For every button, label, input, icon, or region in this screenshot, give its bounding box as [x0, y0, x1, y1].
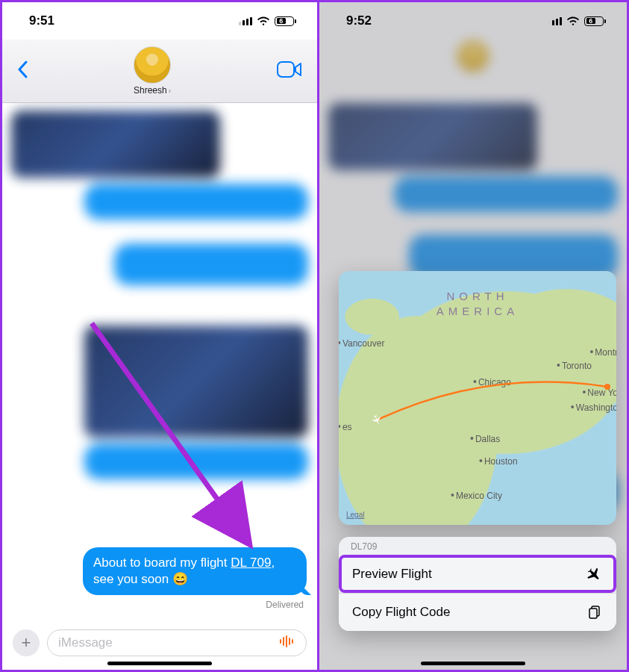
- svg-point-7: [604, 384, 610, 390]
- cellular-signal-icon: [239, 17, 252, 25]
- home-indicator[interactable]: [107, 662, 212, 665]
- menu-item-label: Preview Flight: [352, 567, 432, 582]
- flight-context-menu: DL709 Preview Flight Copy Flight Code: [339, 537, 616, 631]
- contact-info[interactable]: Shreesh ›: [134, 46, 171, 96]
- preview-flight-button[interactable]: Preview Flight: [339, 555, 616, 593]
- message-text-prefix: About to board my flight: [93, 556, 231, 570]
- status-bar: 9:51 6: [2, 2, 317, 40]
- flight-preview-screenshot-right: 9:52 6 NORTH AMERICA Va: [319, 2, 627, 670]
- flight-code-link[interactable]: DL 709: [231, 556, 271, 570]
- messages-screenshot-left: 9:51 6 Shreesh ›: [2, 2, 319, 670]
- wifi-icon: [257, 16, 270, 26]
- home-indicator[interactable]: [421, 662, 525, 665]
- add-attachment-button[interactable]: +: [13, 629, 40, 656]
- battery-icon: 6: [584, 16, 606, 26]
- wifi-icon: [566, 16, 580, 26]
- audio-message-icon[interactable]: [279, 635, 295, 651]
- message-input-bar: + iMessage: [2, 629, 317, 656]
- map-legal-link[interactable]: Legal: [346, 511, 364, 519]
- flight-map-preview[interactable]: NORTH AMERICA Vancouver Chicago Toronto …: [339, 271, 616, 525]
- status-time: 9:51: [29, 13, 54, 28]
- chevron-right-icon: ›: [169, 87, 171, 95]
- facetime-button[interactable]: [277, 61, 302, 81]
- contact-name-label: Shreesh: [134, 85, 167, 96]
- status-time: 9:52: [346, 13, 372, 28]
- status-icons: 6: [239, 16, 296, 26]
- menu-flight-code: DL709: [339, 537, 616, 555]
- menu-item-label: Copy Flight Code: [352, 605, 450, 620]
- delivered-status: Delivered: [266, 600, 304, 610]
- copy-flight-code-button[interactable]: Copy Flight Code: [339, 593, 616, 631]
- conversation-header: Shreesh ›: [2, 40, 317, 103]
- status-icons: 6: [548, 16, 606, 26]
- svg-rect-0: [278, 62, 294, 77]
- copy-icon: [586, 604, 603, 620]
- flight-path: [339, 271, 616, 525]
- airplane-icon: [586, 566, 603, 582]
- status-bar: 9:52 6: [319, 2, 627, 40]
- message-text-input[interactable]: iMessage: [47, 629, 307, 656]
- battery-icon: 6: [275, 16, 296, 26]
- contact-avatar: [134, 46, 171, 84]
- sent-message-bubble[interactable]: About to board my flight DL 709, see you…: [83, 547, 307, 595]
- input-placeholder: iMessage: [58, 635, 113, 650]
- cellular-signal-icon: [548, 17, 562, 25]
- svg-rect-9: [589, 609, 597, 618]
- back-button[interactable]: [17, 58, 28, 84]
